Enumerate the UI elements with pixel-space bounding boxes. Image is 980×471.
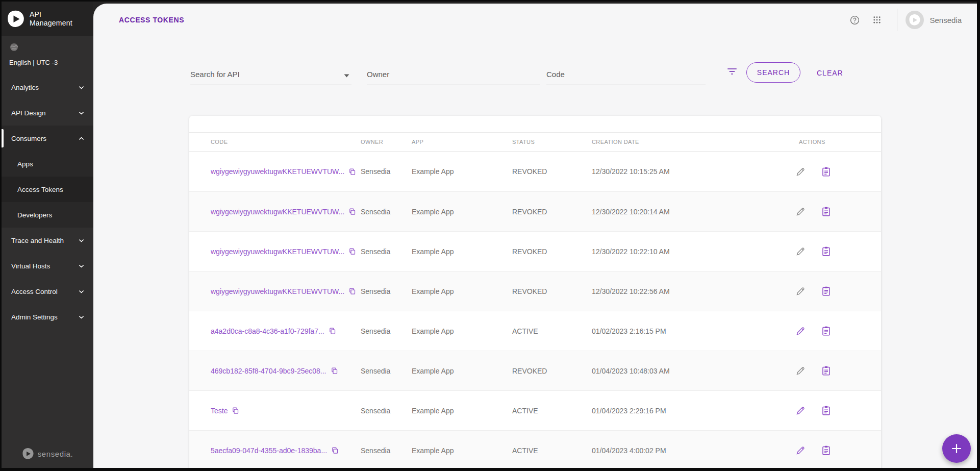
sidebar-item-api-design[interactable]: API Design — [2, 100, 93, 126]
token-code-link[interactable]: wgiygewiygyuwektugwKKETUEWVTUW... — [211, 167, 344, 176]
report-button[interactable] — [819, 325, 833, 338]
code-cell: wgiygewiygyuwektugwKKETUEWVTUW... — [211, 247, 361, 256]
app-cell: Example App — [412, 407, 512, 415]
column-header-app: APP — [412, 139, 512, 145]
chevron-up-icon — [78, 135, 85, 142]
app-cell: Example App — [412, 447, 512, 455]
token-code-link[interactable]: wgiygewiygyuwektugwKKETUEWVTUW... — [211, 247, 344, 256]
sidebar-item-virtual-hosts[interactable]: Virtual Hosts — [2, 253, 93, 279]
user-avatar[interactable] — [906, 11, 924, 29]
window-frame: API Management English | UTC -3 Analytic… — [2, 2, 977, 468]
table-row: Teste Sensedia Example App ACTIVE 01/04/… — [189, 390, 881, 430]
page-title: ACCESS TOKENS — [119, 16, 184, 24]
edit-button[interactable] — [794, 285, 807, 298]
status-cell: REVOKED — [512, 367, 592, 375]
token-code-link[interactable]: a4a2d0ca-c8a8-4c36-a1f0-729fa7... — [211, 327, 324, 335]
token-code-link[interactable]: 5aecfa09-047d-4355-ad0e-1839ba... — [211, 447, 327, 455]
column-header-status: STATUS — [512, 139, 592, 145]
actions-cell — [776, 165, 860, 178]
language-selector[interactable]: English | UTC -3 — [2, 36, 93, 75]
sidebar-nav: Analytics API Design Consumers Apps Acce… — [2, 75, 93, 448]
token-code-link[interactable]: Teste — [211, 407, 228, 415]
table-header: CODE OWNER APP STATUS CREATION DATE ACTI… — [189, 132, 881, 152]
sidebar-item-admin-settings[interactable]: Admin Settings — [2, 304, 93, 330]
main-area: ACCESS TOKENS — [93, 2, 977, 468]
user-name: Sensedia — [929, 16, 962, 24]
edit-button[interactable] — [794, 245, 807, 258]
edit-button[interactable] — [794, 205, 807, 218]
sidebar-item-access-control[interactable]: Access Control — [2, 279, 93, 304]
app-cell: Example App — [412, 247, 512, 256]
report-button[interactable] — [819, 404, 833, 417]
api-select[interactable]: Search for API — [190, 60, 351, 85]
chevron-down-icon — [78, 262, 85, 270]
creation-date-cell: 01/02/2023 2:16:15 PM — [592, 327, 776, 335]
sidebar-item-developers[interactable]: Developers — [2, 202, 93, 228]
edit-button[interactable] — [794, 444, 807, 457]
status-cell: REVOKED — [512, 167, 592, 176]
sidebar-group-consumers: Consumers Apps Access Tokens Developers — [2, 126, 93, 228]
creation-date-cell: 12/30/2022 10:22:10 AM — [592, 247, 776, 256]
chevron-down-icon — [78, 288, 85, 295]
sidebar-item-trace-and-health[interactable]: Trace and Health — [2, 228, 93, 253]
copy-icon[interactable] — [348, 287, 356, 295]
top-bar-right: Sensedia — [846, 9, 962, 31]
code-cell: 5aecfa09-047d-4355-ad0e-1839ba... — [211, 447, 361, 455]
table-row: wgiygewiygyuwektugwKKETUEWVTUW... Sensed… — [189, 152, 881, 191]
plus-icon — [951, 443, 962, 454]
copy-icon[interactable] — [348, 208, 356, 215]
search-button[interactable]: SEARCH — [746, 62, 800, 83]
globe-icon — [9, 42, 19, 52]
apps-launcher-button[interactable] — [868, 11, 886, 29]
sidebar-item-consumers[interactable]: Consumers — [2, 126, 93, 151]
report-button[interactable] — [819, 364, 833, 378]
actions-cell — [776, 205, 860, 218]
token-code-link[interactable]: 469cb182-85f8-4704-9bc9-25ec08... — [211, 367, 326, 375]
token-code-link[interactable]: wgiygewiygyuwektugwKKETUEWVTUW... — [211, 287, 344, 295]
edit-button[interactable] — [794, 364, 807, 378]
report-button[interactable] — [819, 444, 833, 457]
sidebar: API Management English | UTC -3 Analytic… — [2, 2, 93, 468]
owner-input[interactable]: Owner — [367, 60, 540, 85]
owner-cell: Sensedia — [361, 327, 412, 335]
clear-button[interactable]: CLEAR — [817, 69, 843, 77]
app-title: API Management — [30, 10, 72, 27]
add-token-button[interactable] — [942, 434, 971, 463]
sensedia-pick-icon — [22, 448, 34, 460]
report-button[interactable] — [819, 165, 833, 178]
help-button[interactable] — [846, 11, 863, 29]
edit-button[interactable] — [794, 404, 807, 417]
copy-icon[interactable] — [348, 168, 356, 176]
token-code-link[interactable]: wgiygewiygyuwektugwKKETUEWVTUW... — [211, 208, 344, 216]
code-cell: Teste — [211, 407, 361, 415]
copy-icon[interactable] — [329, 327, 336, 335]
code-placeholder: Code — [546, 70, 565, 79]
sidebar-item-apps[interactable]: Apps — [2, 151, 93, 177]
copy-icon[interactable] — [348, 247, 356, 255]
copy-icon[interactable] — [331, 447, 339, 454]
code-cell: wgiygewiygyuwektugwKKETUEWVTUW... — [211, 208, 361, 216]
status-cell: REVOKED — [512, 208, 592, 216]
creation-date-cell: 01/04/2023 10:48:03 AM — [592, 367, 776, 375]
sidebar-item-access-tokens[interactable]: Access Tokens — [2, 177, 93, 202]
column-header-creation-date: CREATION DATE — [592, 139, 776, 145]
filter-toggle-button[interactable] — [727, 68, 737, 77]
app-cell: Example App — [412, 327, 512, 335]
top-bar: ACCESS TOKENS — [93, 4, 977, 36]
status-cell: ACTIVE — [512, 447, 592, 455]
code-input[interactable]: Code — [546, 60, 706, 85]
copy-icon[interactable] — [331, 367, 338, 375]
owner-cell: Sensedia — [361, 447, 412, 455]
edit-button[interactable] — [794, 325, 807, 338]
report-button[interactable] — [819, 245, 833, 258]
grid-dots-icon — [872, 15, 882, 24]
sidebar-item-analytics[interactable]: Analytics — [2, 75, 93, 100]
edit-button[interactable] — [794, 165, 807, 178]
chevron-down-icon — [78, 109, 85, 117]
app-cell: Example App — [412, 367, 512, 375]
copy-icon[interactable] — [232, 407, 239, 414]
report-button[interactable] — [819, 285, 833, 298]
app-cell: Example App — [412, 167, 512, 176]
creation-date-cell: 12/30/2022 10:20:14 AM — [592, 208, 776, 216]
report-button[interactable] — [819, 205, 833, 218]
